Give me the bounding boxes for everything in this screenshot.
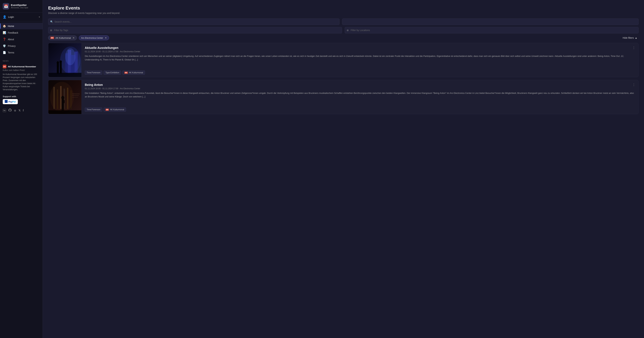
paypal-button[interactable]: 🅿 PayPal (3, 99, 18, 104)
paypal-icon: 🅿 (5, 100, 8, 103)
event-tags-aktuelle: Time:Forenoon Type:Exhibition AK AK Kult… (85, 71, 635, 75)
active-filters-row: AK AK Kulturmonat ✕ Ars Electronica Cent… (48, 36, 638, 40)
tags-filter-icon: ⊞ (50, 29, 52, 32)
event-tag-ak: AK AK Kulturmonat (122, 71, 145, 75)
event-illustration-1 (48, 43, 82, 77)
sidebar-item-home[interactable]: 🏠 Home (0, 23, 42, 29)
event-more-button-aktuelle[interactable]: ⋮ (632, 46, 636, 50)
sidebar-item-about[interactable]: ❓ About (0, 36, 42, 43)
event-illustration-2 (48, 80, 82, 114)
svg-rect-23 (48, 110, 82, 114)
news-title: AK Kulturmonat November (8, 65, 36, 68)
support-section: Support with 🅿 PayPal (0, 93, 42, 107)
chevron-up-icon: ▲ (635, 37, 637, 39)
twitter-icon[interactable]: 𝕏 (18, 109, 20, 112)
page-title: Explore Events (48, 6, 638, 11)
tags-filter-wrap: ⊞ (48, 27, 342, 34)
event-image-aktuelle-ausstellungen (48, 43, 82, 77)
login-label: Login (8, 16, 14, 18)
svg-rect-22 (63, 100, 64, 103)
page-subtitle: Discover a diverse range of events happe… (48, 12, 638, 15)
svg-rect-9 (60, 63, 62, 74)
privacy-icon: 🛡️ (3, 44, 6, 48)
ak-tag-logo: AK (124, 72, 128, 74)
event-title-being-anton: Being Anton (85, 83, 635, 87)
home-icon: 🏠 (3, 25, 6, 28)
nav-label-privacy: Privacy (8, 45, 16, 47)
app-tagline: All Events, One Spot (11, 7, 28, 9)
svg-rect-7 (57, 64, 59, 74)
news-body: Im Kulturmonat November gibt es 100 Proz… (3, 73, 40, 91)
main-content: Explore Events Discover a diverse range … (43, 0, 644, 338)
feedback-icon: 📊 (3, 31, 6, 34)
ak-tag-label: AK Kulturmonat (129, 72, 143, 74)
nav-label-terms: Terms (8, 51, 14, 54)
event-card-being-anton: Being Anton 01.11.2024 10:00 - 01.11.202… (48, 80, 638, 114)
terms-icon: 📄 (3, 51, 6, 54)
tags-filter-input[interactable] (48, 27, 342, 34)
svg-point-10 (60, 60, 62, 63)
nav-label-home: Home (8, 25, 14, 28)
sidebar-item-feedback[interactable]: 📊 Feedback (0, 29, 42, 36)
event-content-aktuelle: Aktuelle Ausstellungen 01.11.2024 10:00 … (82, 43, 638, 77)
app-name: EventSpotter (11, 4, 28, 7)
event-desc-aktuelle: Die Ausstellungen im Ars Electronica Cen… (85, 55, 635, 69)
search-icon: 🔍 (50, 20, 53, 23)
ak-tag-label2: AK Kulturmonat (110, 108, 124, 111)
svg-rect-24 (72, 94, 80, 94)
svg-point-21 (61, 96, 64, 100)
support-label: Support with (3, 95, 40, 98)
event-meta-aktuelle: 01.11.2024 10:00 - 01.11.2024 17:00 · Ar… (85, 50, 635, 53)
event-meta-being-anton: 01.11.2024 10:00 - 01.11.2024 17:00 · Ar… (85, 87, 635, 90)
search-wrap: 🔍 (48, 19, 340, 25)
search-input[interactable] (48, 19, 340, 25)
chevron-down-icon: ▾ (39, 16, 40, 18)
sidebar-item-terms[interactable]: 📄 Terms (0, 49, 42, 56)
social-links: in ⊕ 𝕏 f (0, 107, 42, 115)
event-more-button-being-anton[interactable]: ⋮ (632, 83, 636, 87)
event-tag-ak2: AK AK Kulturmonat (104, 108, 126, 112)
svg-point-6 (65, 48, 76, 65)
linkedin-icon[interactable]: in (3, 109, 6, 112)
event-image-being-anton (48, 80, 82, 114)
nav-label-about: About (8, 38, 14, 41)
nav-label-feedback: Feedback (8, 31, 18, 34)
events-list: Aktuelle Ausstellungen 01.11.2024 10:00 … (48, 43, 638, 117)
sidebar: 📅 EventSpotter All Events, One Spot 👤 Lo… (0, 0, 43, 338)
event-title-aktuelle: Aktuelle Ausstellungen (85, 46, 635, 50)
news-section-title: News (0, 57, 42, 63)
about-icon: ❓ (3, 38, 6, 41)
event-tag-type: Type:Exhibition (104, 71, 121, 75)
tag-chip-remove[interactable]: ✕ (72, 37, 74, 39)
main-nav: 🏠 Home 📊 Feedback ❓ About 🛡️ Privacy 📄 T… (0, 21, 42, 57)
sidebar-item-privacy[interactable]: 🛡️ Privacy (0, 43, 42, 49)
paypal-label: PayPal (8, 101, 16, 103)
app-logo: 📅 EventSpotter All Events, One Spot (0, 0, 42, 13)
locations-filter-icon: ⊞ (347, 29, 348, 32)
event-desc-being-anton: Die Installation "Being Anton", entwicke… (85, 92, 635, 106)
github-icon[interactable] (8, 109, 12, 112)
filter-row-1: 🔍 26.10.2024 00:00 - 01.01.2029 23:59 (48, 19, 638, 25)
user-icon: 👤 (3, 15, 6, 19)
stackshare-icon[interactable]: ⊕ (14, 109, 16, 112)
svg-rect-25 (72, 95, 79, 96)
hide-filters-button[interactable]: Hide filters ▲ (621, 36, 638, 40)
news-subtitle: Kultur zum halben Preis! (3, 69, 40, 72)
login-button[interactable]: 👤 Login ▾ (0, 13, 42, 21)
location-chip-remove[interactable]: ✕ (105, 37, 107, 39)
event-content-being-anton: Being Anton 01.11.2024 10:00 - 01.11.202… (82, 80, 638, 114)
ak-chip-logo: AK (50, 37, 54, 39)
event-tag-time: Time:Forenoon (85, 71, 102, 75)
svg-rect-26 (72, 97, 78, 98)
tag-chip-ak-kulturmonat: AK AK Kulturmonat ✕ (48, 36, 77, 40)
location-chip-ars: Ars Electronica Center ✕ (79, 36, 109, 40)
event-tags-being-anton: Time:Forenoon AK AK Kulturmonat (85, 108, 635, 112)
ak-logo: AK (3, 65, 6, 68)
facebook-icon[interactable]: f (23, 109, 24, 112)
date-range-input[interactable]: 26.10.2024 00:00 - 01.01.2029 23:59 (342, 19, 638, 25)
location-chip-label: Ars Electronica Center (81, 37, 103, 39)
locations-filter-input[interactable] (345, 27, 638, 34)
hide-filters-label: Hide filters (623, 37, 634, 39)
event-card-aktuelle-ausstellungen: Aktuelle Ausstellungen 01.11.2024 10:00 … (48, 43, 638, 77)
filter-row-2: ⊞ ⊞ (48, 27, 638, 34)
